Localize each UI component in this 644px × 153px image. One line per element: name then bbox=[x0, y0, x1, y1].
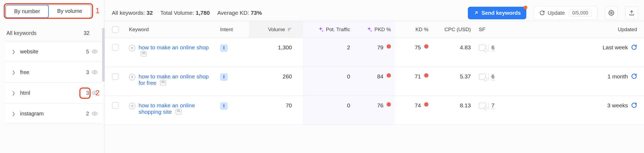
updated-cell: 1 month bbox=[608, 73, 628, 80]
stat-vol-label: Total Volume: bbox=[160, 10, 194, 16]
svg-point-4 bbox=[610, 12, 612, 14]
stat-all-label: All keywords: bbox=[112, 10, 145, 16]
export-button[interactable] bbox=[625, 6, 638, 19]
group-count: 3 bbox=[86, 69, 89, 75]
sort-by-volume-button[interactable]: By volume bbox=[49, 5, 91, 18]
keyword-cell: how to make an online shop for free bbox=[139, 73, 214, 86]
stat-kd-label: Average KD: bbox=[217, 10, 249, 16]
serp-features-icon bbox=[479, 45, 486, 51]
kd-cell: 75 bbox=[395, 38, 433, 67]
difficulty-dot-icon bbox=[424, 44, 428, 49]
summary-stats: All keywords: 32 Total Volume: 1,780 Ave… bbox=[112, 10, 262, 16]
serp-features-cell[interactable]: 6 bbox=[479, 73, 494, 80]
keyword-group-item[interactable]: ❯ instagram 2 bbox=[5, 103, 102, 124]
gear-icon bbox=[608, 10, 614, 16]
select-all-checkbox[interactable] bbox=[112, 26, 119, 33]
group-name: instagram bbox=[20, 111, 86, 117]
group-count: 3 bbox=[86, 90, 89, 96]
col-pkd[interactable]: PKD % bbox=[355, 21, 395, 38]
group-name: free bbox=[20, 69, 86, 75]
all-keywords-summary[interactable]: All keywords 32 bbox=[5, 30, 102, 36]
col-pot-traffic[interactable]: Pot. Traffic bbox=[303, 21, 355, 38]
serp-features-cell[interactable]: 7 bbox=[479, 102, 494, 109]
cpc-cell: 8.13 bbox=[433, 96, 476, 125]
update-button[interactable]: Update 0/5,000 bbox=[534, 6, 597, 20]
col-cpc[interactable]: CPC (USD) bbox=[433, 27, 476, 32]
cpc-cell: 4.83 bbox=[433, 38, 476, 67]
send-keywords-button[interactable]: Send keywords bbox=[468, 7, 527, 19]
scrollbar-thumb[interactable] bbox=[102, 28, 105, 82]
row-checkbox[interactable] bbox=[112, 102, 119, 109]
svg-rect-5 bbox=[288, 28, 291, 28]
chevron-right-icon: ❯ bbox=[12, 49, 15, 54]
all-keywords-label: All keywords bbox=[6, 30, 36, 36]
col-updated[interactable]: Updated bbox=[516, 27, 644, 32]
row-checkbox[interactable] bbox=[112, 73, 119, 80]
col-kd[interactable]: KD % bbox=[395, 27, 433, 32]
refresh-icon bbox=[539, 10, 545, 16]
keyword-link[interactable]: how to make an online shopping site bbox=[139, 102, 195, 115]
settings-button[interactable] bbox=[605, 6, 618, 19]
refresh-row-button[interactable] bbox=[631, 44, 637, 50]
sort-by-number-button[interactable]: By number bbox=[5, 5, 49, 18]
serp-icon[interactable] bbox=[176, 109, 182, 114]
sparkle-icon bbox=[366, 26, 372, 33]
difficulty-dot-icon bbox=[387, 102, 391, 107]
svg-point-1 bbox=[94, 71, 95, 73]
pot-traffic-cell: 0 bbox=[303, 67, 355, 96]
row-checkbox[interactable] bbox=[112, 44, 119, 51]
serp-features-icon bbox=[479, 74, 486, 80]
toolbar: All keywords: 32 Total Volume: 1,780 Ave… bbox=[105, 0, 644, 21]
alert-dot-icon bbox=[524, 6, 527, 9]
chevron-right-icon: ❯ bbox=[12, 111, 15, 116]
pkd-cell: 84 bbox=[355, 67, 395, 96]
keyword-group-item[interactable]: ❯ html 3 bbox=[5, 83, 102, 103]
pot-traffic-cell: 2 bbox=[303, 38, 355, 67]
expand-keyword-button[interactable]: + bbox=[129, 45, 135, 51]
sparkle-icon bbox=[317, 26, 324, 33]
refresh-row-button[interactable] bbox=[631, 102, 637, 108]
keyword-group-item[interactable]: ❯ website 5 bbox=[5, 41, 102, 62]
table-row: + how to make an online shopping site I … bbox=[105, 96, 644, 125]
annotation-number-1: 1 bbox=[95, 6, 100, 15]
expand-keyword-button[interactable]: + bbox=[129, 74, 135, 80]
expand-keyword-button[interactable]: + bbox=[129, 103, 135, 109]
sort-desc-icon bbox=[287, 27, 292, 32]
col-pkd-label: PKD % bbox=[375, 27, 391, 32]
chevron-right-icon: ❯ bbox=[12, 90, 15, 96]
refresh-row-button[interactable] bbox=[631, 73, 637, 79]
difficulty-dot-icon bbox=[387, 73, 391, 78]
difficulty-dot-icon bbox=[424, 102, 428, 107]
eye-icon[interactable] bbox=[92, 49, 98, 54]
sf-count: 6 bbox=[491, 74, 494, 80]
serp-icon[interactable] bbox=[141, 51, 147, 56]
keyword-link[interactable]: how to make an online shop bbox=[139, 44, 209, 50]
eye-icon[interactable] bbox=[92, 69, 98, 75]
stat-kd-value: 73% bbox=[251, 10, 262, 16]
pkd-cell: 79 bbox=[355, 38, 395, 67]
keyword-link[interactable]: how to make an online shop for free bbox=[139, 73, 209, 86]
col-intent[interactable]: Intent bbox=[217, 27, 249, 32]
volume-cell: 260 bbox=[249, 67, 303, 96]
eye-icon[interactable] bbox=[92, 111, 98, 116]
col-volume[interactable]: Volume bbox=[249, 21, 303, 38]
table-header: Keyword Intent Volume Pot. Traffic PKD %… bbox=[105, 21, 644, 38]
keyword-group-list: ❯ website 5 ❯ free 3 ❯ html 3 ❯ instagra… bbox=[5, 41, 102, 124]
col-pot-traffic-label: Pot. Traffic bbox=[326, 27, 350, 32]
serp-features-cell[interactable]: 6 bbox=[479, 44, 494, 51]
col-sf[interactable]: SF bbox=[476, 27, 516, 32]
sf-count: 6 bbox=[491, 45, 494, 51]
group-count: 5 bbox=[86, 49, 89, 55]
update-quota: 0/5,000 bbox=[569, 9, 592, 17]
col-keyword[interactable]: Keyword bbox=[126, 27, 217, 32]
volume-cell: 1,300 bbox=[249, 38, 303, 67]
sort-segmented-control: By number By volume bbox=[5, 5, 91, 18]
upload-icon bbox=[629, 10, 635, 16]
svg-rect-6 bbox=[288, 29, 290, 30]
keyword-group-item[interactable]: ❯ free 3 bbox=[5, 62, 102, 83]
svg-point-3 bbox=[94, 113, 95, 114]
chevron-right-icon: ❯ bbox=[12, 70, 15, 75]
send-keywords-label: Send keywords bbox=[482, 10, 521, 16]
serp-icon[interactable] bbox=[160, 80, 166, 85]
volume-cell: 70 bbox=[249, 96, 303, 125]
